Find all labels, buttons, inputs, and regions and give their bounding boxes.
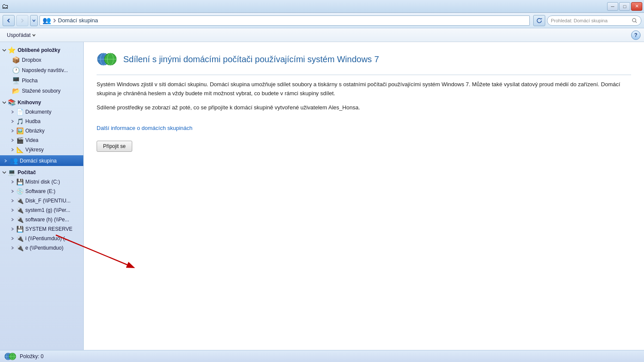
help-button[interactable]: ? xyxy=(631,30,641,40)
homegroup-breadcrumb-icon: 👥 xyxy=(43,16,51,24)
pictures-label: Obrázky xyxy=(25,128,45,134)
homegroup-label: Domácí skupina xyxy=(20,158,57,164)
refresh-button[interactable] xyxy=(533,15,545,26)
local-c-icon: 💾 xyxy=(16,178,24,185)
i-pentiumduo-label: i (\\Pentiumduo) (... xyxy=(25,235,69,241)
favorites-header[interactable]: ⭐ Oblíbené položky xyxy=(0,45,83,55)
dropdown-button[interactable] xyxy=(30,15,38,26)
more-info-link[interactable]: Další informace o domácích skupinách xyxy=(97,125,192,131)
downloads-icon: 📂 xyxy=(12,87,20,95)
e-pentiumduo-icon: 🔌 xyxy=(16,244,24,251)
sidebar-item-recent[interactable]: 🕐 Naposledy navštív... xyxy=(0,65,83,75)
system-reserve-icon: 💾 xyxy=(16,226,24,232)
status-items: Položky: 0 xyxy=(20,353,43,359)
content-paragraph1: Systém Windows zjistil v síti domácí sku… xyxy=(97,80,631,98)
homegroup-section: 👥 Domácí skupina xyxy=(0,155,83,166)
documents-icon: 📄 xyxy=(16,109,24,115)
join-button[interactable]: Připojit se xyxy=(97,141,132,152)
favorites-label: Oblíbené položky xyxy=(18,47,60,53)
sidebar-item-disk-f[interactable]: 🔌 Disk_F (\\PENTIU... xyxy=(0,196,83,205)
title-controls: ─ □ ✕ xyxy=(607,2,642,11)
sidebar-item-schematics[interactable]: 📐 Výkresy xyxy=(0,145,83,154)
sidebar-item-i-pentiumduo[interactable]: 🔌 i (\\Pentiumduo) (... xyxy=(0,234,83,243)
favorites-icon: ⭐ xyxy=(8,46,16,54)
desktop-icon: 🖥️ xyxy=(12,77,20,84)
system-reserve-label: SYSTEM RESERVE xyxy=(25,226,73,232)
title-bar-left: 🗂 xyxy=(2,3,9,10)
back-button[interactable] xyxy=(3,15,15,26)
homegroup-icon: 👥 xyxy=(9,157,18,165)
libraries-label: Knihovny xyxy=(18,100,41,106)
libraries-expand-icon xyxy=(2,100,6,105)
window-icon: 🗂 xyxy=(2,3,9,10)
favorites-section: ⭐ Oblíbené položky 📦 Dropbox 🕐 Naposledy… xyxy=(0,45,83,96)
sidebar-item-system1-g[interactable]: 🔌 system1 (g) (\\Per... xyxy=(0,205,83,215)
search-placeholder: Prohledat: Domácí skupina xyxy=(551,18,630,23)
recent-label: Naposledy navštív... xyxy=(22,67,68,73)
sidebar-item-documents[interactable]: 📄 Dokumenty xyxy=(0,107,83,117)
breadcrumb-arrow xyxy=(53,18,56,23)
main-layout: ⭐ Oblíbené položky 📦 Dropbox 🕐 Naposledy… xyxy=(0,42,644,350)
sidebar-item-system-reserve[interactable]: 💾 SYSTEM RESERVE xyxy=(0,224,83,234)
pictures-icon: 🖼️ xyxy=(16,127,24,134)
favorites-expand-icon xyxy=(2,48,6,52)
videos-icon: 🎬 xyxy=(16,137,24,144)
desktop-label: Plocha xyxy=(22,78,38,84)
dropbox-label: Dropbox xyxy=(22,57,41,63)
videos-label: Videa xyxy=(25,137,38,143)
status-bar: Položky: 0 xyxy=(0,350,644,362)
e-pentiumduo-label: e (\\Pentiumduo) xyxy=(25,245,64,251)
sidebar-item-videos[interactable]: 🎬 Videa xyxy=(0,136,83,145)
sidebar-item-pictures[interactable]: 🖼️ Obrázky xyxy=(0,126,83,136)
status-homegroup-icon xyxy=(4,351,16,362)
downloads-label: Stažené soubory xyxy=(22,88,61,94)
computer-header[interactable]: 💻 Počítač xyxy=(0,167,83,177)
software-h-expand-icon xyxy=(10,217,15,222)
search-bar[interactable]: Prohledat: Domácí skupina xyxy=(547,15,641,26)
close-button[interactable]: ✕ xyxy=(631,2,642,11)
computer-icon: 💻 xyxy=(8,169,16,176)
documents-label: Dokumenty xyxy=(25,109,52,115)
title-bar: 🗂 ─ □ ✕ xyxy=(0,0,644,13)
libraries-header[interactable]: 📚 Knihovny xyxy=(0,97,83,107)
libraries-section: 📚 Knihovny 📄 Dokumenty 🎵 Hudba 🖼️ Obrázk… xyxy=(0,97,83,154)
software-h-icon: 🔌 xyxy=(16,216,24,223)
maximize-button[interactable]: □ xyxy=(619,2,630,11)
content-header: Sdílení s jinými domácími počítači použí… xyxy=(97,51,631,68)
i-pentiumduo-expand-icon xyxy=(10,236,15,241)
sidebar-item-homegroup[interactable]: 👥 Domácí skupina xyxy=(0,155,83,166)
search-icon xyxy=(632,18,638,24)
local-c-label: Místní disk (C:) xyxy=(25,179,60,185)
minimize-button[interactable]: ─ xyxy=(607,2,618,11)
music-expand-icon xyxy=(10,119,15,124)
videos-expand-icon xyxy=(10,138,15,142)
e-pentiumduo-expand-icon xyxy=(10,246,15,250)
software-e-label: Software (E:) xyxy=(25,188,55,194)
sidebar-item-music[interactable]: 🎵 Hudba xyxy=(0,117,83,126)
content-divider xyxy=(97,75,631,75)
system-reserve-expand-icon xyxy=(10,227,15,231)
forward-button[interactable] xyxy=(16,15,28,26)
content-area: Sdílení s jinými domácími počítači použí… xyxy=(84,42,644,350)
schematics-label: Výkresy xyxy=(25,147,44,153)
pictures-expand-icon xyxy=(10,129,15,133)
sidebar-item-software-h[interactable]: 🔌 software (h) (\\Pe... xyxy=(0,215,83,224)
disk-f-expand-icon xyxy=(10,199,15,203)
toolbar: Uspořádat ? xyxy=(0,28,644,42)
disk-f-icon: 🔌 xyxy=(16,197,24,204)
computer-section: 💻 Počítač 💾 Místní disk (C:) 💿 Software … xyxy=(0,167,83,253)
sidebar-item-software-e[interactable]: 💿 Software (E:) xyxy=(0,187,83,196)
sidebar-item-local-c[interactable]: 💾 Místní disk (C:) xyxy=(0,177,83,187)
sidebar: ⭐ Oblíbené položky 📦 Dropbox 🕐 Naposledy… xyxy=(0,42,84,350)
sidebar-item-desktop[interactable]: 🖥️ Plocha xyxy=(0,75,83,86)
computer-expand-icon xyxy=(2,170,6,175)
computer-label: Počítač xyxy=(18,169,36,175)
sidebar-item-downloads[interactable]: 📂 Stažené soubory xyxy=(0,86,83,96)
sidebar-item-dropbox[interactable]: 📦 Dropbox xyxy=(0,55,83,65)
software-e-icon: 💿 xyxy=(16,188,24,195)
homegroup-expand-icon xyxy=(3,159,8,163)
breadcrumb-bar[interactable]: 👥 Domácí skupina xyxy=(39,15,530,26)
organize-button[interactable]: Uspořádat xyxy=(3,31,39,39)
local-c-expand-icon xyxy=(10,180,15,184)
sidebar-item-e-pentiumduo[interactable]: 🔌 e (\\Pentiumduo) xyxy=(0,243,83,253)
